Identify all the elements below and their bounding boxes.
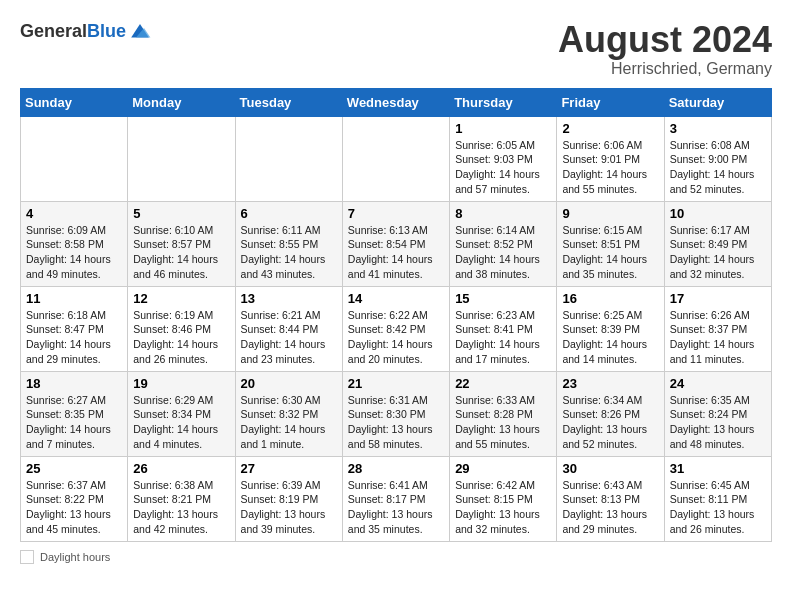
calendar-cell [128, 116, 235, 201]
day-number: 4 [26, 206, 122, 221]
day-info: Sunrise: 6:27 AM Sunset: 8:35 PM Dayligh… [26, 393, 122, 452]
weekday-header-friday: Friday [557, 88, 664, 116]
calendar-cell: 4Sunrise: 6:09 AM Sunset: 8:58 PM Daylig… [21, 201, 128, 286]
day-info: Sunrise: 6:43 AM Sunset: 8:13 PM Dayligh… [562, 478, 658, 537]
calendar-cell: 20Sunrise: 6:30 AM Sunset: 8:32 PM Dayli… [235, 371, 342, 456]
weekday-header-sunday: Sunday [21, 88, 128, 116]
calendar-cell: 28Sunrise: 6:41 AM Sunset: 8:17 PM Dayli… [342, 456, 449, 541]
day-info: Sunrise: 6:38 AM Sunset: 8:21 PM Dayligh… [133, 478, 229, 537]
calendar-cell: 10Sunrise: 6:17 AM Sunset: 8:49 PM Dayli… [664, 201, 771, 286]
calendar-cell: 30Sunrise: 6:43 AM Sunset: 8:13 PM Dayli… [557, 456, 664, 541]
day-info: Sunrise: 6:18 AM Sunset: 8:47 PM Dayligh… [26, 308, 122, 367]
day-number: 19 [133, 376, 229, 391]
calendar-cell: 29Sunrise: 6:42 AM Sunset: 8:15 PM Dayli… [450, 456, 557, 541]
day-number: 17 [670, 291, 766, 306]
day-number: 29 [455, 461, 551, 476]
weekday-header-tuesday: Tuesday [235, 88, 342, 116]
day-info: Sunrise: 6:15 AM Sunset: 8:51 PM Dayligh… [562, 223, 658, 282]
calendar-cell: 16Sunrise: 6:25 AM Sunset: 8:39 PM Dayli… [557, 286, 664, 371]
footer-box [20, 550, 34, 564]
calendar-cell: 24Sunrise: 6:35 AM Sunset: 8:24 PM Dayli… [664, 371, 771, 456]
day-number: 1 [455, 121, 551, 136]
day-info: Sunrise: 6:05 AM Sunset: 9:03 PM Dayligh… [455, 138, 551, 197]
day-number: 2 [562, 121, 658, 136]
day-number: 3 [670, 121, 766, 136]
day-info: Sunrise: 6:39 AM Sunset: 8:19 PM Dayligh… [241, 478, 337, 537]
day-info: Sunrise: 6:14 AM Sunset: 8:52 PM Dayligh… [455, 223, 551, 282]
weekday-header-thursday: Thursday [450, 88, 557, 116]
day-number: 23 [562, 376, 658, 391]
day-info: Sunrise: 6:10 AM Sunset: 8:57 PM Dayligh… [133, 223, 229, 282]
calendar-cell: 14Sunrise: 6:22 AM Sunset: 8:42 PM Dayli… [342, 286, 449, 371]
footer: Daylight hours [20, 550, 772, 564]
logo-blue: Blue [87, 21, 126, 41]
day-number: 8 [455, 206, 551, 221]
day-info: Sunrise: 6:22 AM Sunset: 8:42 PM Dayligh… [348, 308, 444, 367]
day-number: 13 [241, 291, 337, 306]
week-row-4: 18Sunrise: 6:27 AM Sunset: 8:35 PM Dayli… [21, 371, 772, 456]
weekday-header-saturday: Saturday [664, 88, 771, 116]
day-number: 7 [348, 206, 444, 221]
day-number: 30 [562, 461, 658, 476]
calendar-cell: 19Sunrise: 6:29 AM Sunset: 8:34 PM Dayli… [128, 371, 235, 456]
day-number: 15 [455, 291, 551, 306]
day-number: 5 [133, 206, 229, 221]
day-info: Sunrise: 6:13 AM Sunset: 8:54 PM Dayligh… [348, 223, 444, 282]
calendar-cell: 11Sunrise: 6:18 AM Sunset: 8:47 PM Dayli… [21, 286, 128, 371]
day-number: 18 [26, 376, 122, 391]
calendar-cell [235, 116, 342, 201]
day-info: Sunrise: 6:11 AM Sunset: 8:55 PM Dayligh… [241, 223, 337, 282]
calendar-cell: 2Sunrise: 6:06 AM Sunset: 9:01 PM Daylig… [557, 116, 664, 201]
footer-label: Daylight hours [40, 551, 110, 563]
day-number: 31 [670, 461, 766, 476]
day-info: Sunrise: 6:34 AM Sunset: 8:26 PM Dayligh… [562, 393, 658, 452]
day-number: 24 [670, 376, 766, 391]
day-number: 26 [133, 461, 229, 476]
page-header: GeneralBlue August 2024 Herrischried, Ge… [20, 20, 772, 78]
calendar-cell: 31Sunrise: 6:45 AM Sunset: 8:11 PM Dayli… [664, 456, 771, 541]
week-row-2: 4Sunrise: 6:09 AM Sunset: 8:58 PM Daylig… [21, 201, 772, 286]
calendar-table: SundayMondayTuesdayWednesdayThursdayFrid… [20, 88, 772, 542]
calendar-cell: 21Sunrise: 6:31 AM Sunset: 8:30 PM Dayli… [342, 371, 449, 456]
day-info: Sunrise: 6:42 AM Sunset: 8:15 PM Dayligh… [455, 478, 551, 537]
day-number: 22 [455, 376, 551, 391]
day-info: Sunrise: 6:21 AM Sunset: 8:44 PM Dayligh… [241, 308, 337, 367]
day-number: 9 [562, 206, 658, 221]
day-number: 11 [26, 291, 122, 306]
weekday-header-wednesday: Wednesday [342, 88, 449, 116]
day-info: Sunrise: 6:08 AM Sunset: 9:00 PM Dayligh… [670, 138, 766, 197]
day-info: Sunrise: 6:17 AM Sunset: 8:49 PM Dayligh… [670, 223, 766, 282]
day-number: 6 [241, 206, 337, 221]
day-number: 28 [348, 461, 444, 476]
day-info: Sunrise: 6:41 AM Sunset: 8:17 PM Dayligh… [348, 478, 444, 537]
day-info: Sunrise: 6:06 AM Sunset: 9:01 PM Dayligh… [562, 138, 658, 197]
calendar-cell: 3Sunrise: 6:08 AM Sunset: 9:00 PM Daylig… [664, 116, 771, 201]
calendar-cell: 1Sunrise: 6:05 AM Sunset: 9:03 PM Daylig… [450, 116, 557, 201]
calendar-cell: 26Sunrise: 6:38 AM Sunset: 8:21 PM Dayli… [128, 456, 235, 541]
week-row-1: 1Sunrise: 6:05 AM Sunset: 9:03 PM Daylig… [21, 116, 772, 201]
day-info: Sunrise: 6:26 AM Sunset: 8:37 PM Dayligh… [670, 308, 766, 367]
day-number: 10 [670, 206, 766, 221]
day-info: Sunrise: 6:29 AM Sunset: 8:34 PM Dayligh… [133, 393, 229, 452]
calendar-cell: 25Sunrise: 6:37 AM Sunset: 8:22 PM Dayli… [21, 456, 128, 541]
day-info: Sunrise: 6:45 AM Sunset: 8:11 PM Dayligh… [670, 478, 766, 537]
calendar-cell: 23Sunrise: 6:34 AM Sunset: 8:26 PM Dayli… [557, 371, 664, 456]
day-number: 16 [562, 291, 658, 306]
calendar-cell: 6Sunrise: 6:11 AM Sunset: 8:55 PM Daylig… [235, 201, 342, 286]
day-info: Sunrise: 6:33 AM Sunset: 8:28 PM Dayligh… [455, 393, 551, 452]
day-info: Sunrise: 6:37 AM Sunset: 8:22 PM Dayligh… [26, 478, 122, 537]
day-number: 12 [133, 291, 229, 306]
day-info: Sunrise: 6:09 AM Sunset: 8:58 PM Dayligh… [26, 223, 122, 282]
calendar-cell: 17Sunrise: 6:26 AM Sunset: 8:37 PM Dayli… [664, 286, 771, 371]
calendar-cell [21, 116, 128, 201]
day-info: Sunrise: 6:19 AM Sunset: 8:46 PM Dayligh… [133, 308, 229, 367]
day-number: 27 [241, 461, 337, 476]
day-info: Sunrise: 6:25 AM Sunset: 8:39 PM Dayligh… [562, 308, 658, 367]
logo: GeneralBlue [20, 20, 152, 44]
calendar-cell: 18Sunrise: 6:27 AM Sunset: 8:35 PM Dayli… [21, 371, 128, 456]
calendar-cell: 8Sunrise: 6:14 AM Sunset: 8:52 PM Daylig… [450, 201, 557, 286]
month-title: August 2024 [558, 20, 772, 60]
day-number: 21 [348, 376, 444, 391]
week-row-3: 11Sunrise: 6:18 AM Sunset: 8:47 PM Dayli… [21, 286, 772, 371]
day-number: 20 [241, 376, 337, 391]
